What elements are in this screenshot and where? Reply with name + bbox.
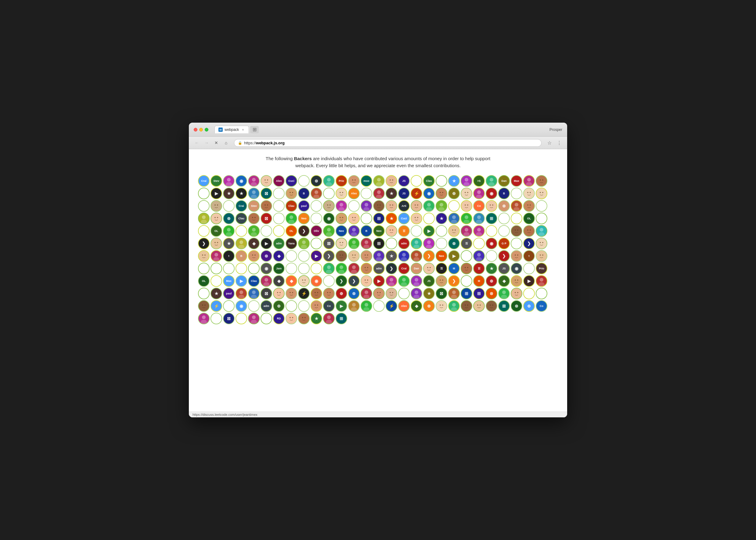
avatar[interactable]: [473, 250, 485, 262]
avatar[interactable]: Clau: [286, 200, 297, 212]
avatar[interactable]: RD: [273, 313, 285, 324]
avatar[interactable]: ▶: [448, 250, 460, 262]
avatar[interactable]: [298, 313, 310, 324]
avatar[interactable]: B: [498, 188, 510, 199]
avatar[interactable]: [261, 313, 272, 324]
avatar[interactable]: [386, 175, 397, 187]
avatar[interactable]: ⊠: [436, 288, 447, 299]
avatar[interactable]: ⊠: [261, 288, 272, 299]
avatar[interactable]: [498, 288, 510, 299]
avatar[interactable]: [523, 225, 535, 237]
avatar[interactable]: ★: [386, 188, 397, 199]
avatar[interactable]: [223, 200, 235, 212]
avatar[interactable]: ◆: [273, 250, 285, 262]
avatar[interactable]: OL: [286, 225, 297, 237]
avatar[interactable]: [348, 213, 360, 224]
avatar[interactable]: [461, 275, 472, 287]
avatar[interactable]: Co: [473, 200, 485, 212]
back-button[interactable]: ←: [192, 139, 201, 147]
avatar[interactable]: Neo: [373, 225, 385, 237]
avatar[interactable]: ⊠: [261, 188, 272, 199]
avatar[interactable]: [436, 300, 447, 312]
avatar[interactable]: [373, 175, 385, 187]
avatar[interactable]: [498, 225, 510, 237]
avatar[interactable]: ⊗: [511, 300, 522, 312]
avatar[interactable]: [436, 225, 447, 237]
minimize-button[interactable]: [199, 128, 203, 131]
avatar[interactable]: ⊞: [486, 213, 497, 224]
avatar[interactable]: ⊞: [473, 288, 485, 299]
avatar[interactable]: [536, 238, 547, 249]
avatar[interactable]: [323, 200, 335, 212]
avatar[interactable]: [273, 188, 285, 199]
avatar[interactable]: [423, 200, 435, 212]
avatar[interactable]: Stev: [248, 200, 260, 212]
avatar[interactable]: [536, 175, 547, 187]
avatar[interactable]: ◉: [235, 175, 247, 187]
avatar[interactable]: [473, 225, 485, 237]
avatar[interactable]: M: [448, 263, 460, 274]
avatar[interactable]: JS: [498, 263, 510, 274]
avatar[interactable]: [248, 188, 260, 199]
avatar[interactable]: ◉: [486, 188, 497, 199]
avatar[interactable]: JS: [398, 175, 410, 187]
avatar[interactable]: [273, 213, 285, 224]
avatar[interactable]: moo: [361, 175, 372, 187]
avatar[interactable]: Oliv: [311, 225, 322, 237]
avatar[interactable]: ◆: [286, 275, 297, 287]
avatar[interactable]: Prio: [536, 263, 547, 274]
menu-button[interactable]: ⋮: [555, 139, 564, 147]
forward-button[interactable]: →: [202, 139, 211, 147]
avatar[interactable]: [461, 300, 472, 312]
avatar[interactable]: ▶: [235, 275, 247, 287]
bookmark-button[interactable]: ☆: [545, 139, 554, 147]
avatar[interactable]: adm: [273, 238, 285, 249]
avatar[interactable]: [448, 200, 460, 212]
avatar[interactable]: [298, 263, 310, 274]
avatar[interactable]: [511, 288, 522, 299]
avatar[interactable]: Prio: [335, 175, 347, 187]
maximize-button[interactable]: [205, 128, 208, 131]
avatar[interactable]: [411, 200, 422, 212]
avatar[interactable]: [523, 200, 535, 212]
avatar[interactable]: [273, 200, 285, 212]
avatar[interactable]: [411, 288, 422, 299]
avatar[interactable]: ⊕: [486, 275, 497, 287]
avatar[interactable]: [311, 188, 322, 199]
avatar[interactable]: [486, 200, 497, 212]
avatar[interactable]: ⚡: [411, 188, 422, 199]
avatar[interactable]: [248, 263, 260, 274]
avatar[interactable]: Clau: [248, 275, 260, 287]
avatar[interactable]: [335, 250, 347, 262]
avatar[interactable]: [210, 250, 222, 262]
avatar[interactable]: [373, 300, 385, 312]
new-tab-button[interactable]: ⊞: [250, 126, 259, 133]
avatar[interactable]: ⚡: [386, 300, 397, 312]
avatar[interactable]: [348, 263, 360, 274]
avatar[interactable]: [210, 200, 222, 212]
avatar[interactable]: [361, 275, 372, 287]
avatar[interactable]: [448, 300, 460, 312]
avatar[interactable]: 百: [461, 238, 472, 249]
avatar[interactable]: [286, 288, 297, 299]
avatar[interactable]: ⊗: [348, 288, 360, 299]
avatar[interactable]: [361, 188, 372, 199]
avatar[interactable]: [411, 238, 422, 249]
avatar[interactable]: ▶: [210, 188, 222, 199]
avatar[interactable]: [461, 250, 472, 262]
avatar[interactable]: [323, 275, 335, 287]
avatar[interactable]: [373, 288, 385, 299]
avatar[interactable]: ❯: [323, 250, 335, 262]
avatar[interactable]: ❯: [298, 225, 310, 237]
avatar[interactable]: ◉: [323, 213, 335, 224]
avatar[interactable]: [473, 238, 485, 249]
avatar[interactable]: 百: [436, 263, 447, 274]
avatar[interactable]: ❯: [448, 275, 460, 287]
avatar[interactable]: [511, 238, 522, 249]
avatar[interactable]: Crai: [398, 263, 410, 274]
avatar[interactable]: ★: [386, 250, 397, 262]
avatar[interactable]: ⊕: [523, 300, 535, 312]
avatar[interactable]: [386, 238, 397, 249]
avatar[interactable]: Crai: [235, 200, 247, 212]
avatar[interactable]: [298, 300, 310, 312]
